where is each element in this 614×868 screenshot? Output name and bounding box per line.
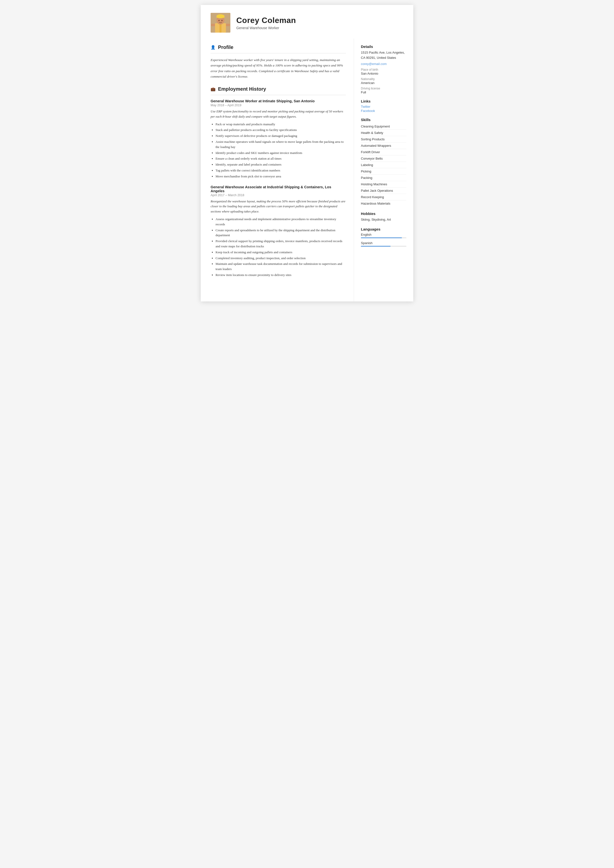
facebook-link[interactable]: Facebook (361, 109, 406, 113)
resume-container: Corey Coleman General Warehouse Worker 👤… (201, 5, 413, 301)
left-column: 👤 Profile Experienced Warehouse worker w… (201, 39, 354, 301)
bullet-item: Ensure a clean and orderly work station … (216, 156, 346, 161)
skill-item: Cleaning Equipment (361, 123, 406, 129)
place-of-birth-value: San Antonio (361, 72, 406, 75)
svg-rect-6 (216, 16, 224, 18)
employment-icon: 💼 (211, 87, 216, 91)
links-title: Links (361, 99, 406, 103)
skill-item: Pallet Jack Operations (361, 188, 406, 194)
hobbies-title: Hobbies (361, 211, 406, 216)
languages-section: Languages English Spanish (361, 227, 406, 246)
header-info: Corey Coleman General Warehouse Worker (236, 16, 296, 30)
skill-item: Forklift Driver (361, 149, 406, 155)
bullet-item: Identify product codes and SKU numbers a… (216, 150, 346, 156)
hobbies-text: Skiing, Skydiving, Art (361, 217, 406, 222)
details-title: Details (361, 45, 406, 49)
svg-point-7 (219, 20, 219, 21)
language-english-bar-fill (361, 237, 402, 238)
skill-item: Conveyor Belts (361, 155, 406, 161)
bullet-item: Pack or wrap materials and products manu… (216, 122, 346, 127)
language-spanish: Spanish (361, 241, 406, 246)
driving-license-value: Full (361, 90, 406, 94)
svg-rect-3 (219, 23, 221, 33)
bullet-item: Keep track of incoming and outgoing pall… (216, 250, 346, 255)
driving-license-label: Driving license (361, 87, 406, 90)
job-2-bullets: Assess organizational needs and implemen… (211, 217, 346, 278)
avatar (211, 13, 230, 33)
skill-item: Packing (361, 175, 406, 181)
svg-point-8 (221, 20, 222, 21)
job-2-description: Reorganized the warehouse layout, making… (211, 199, 346, 214)
nationality-label: Nationality (361, 78, 406, 81)
job-2-dates: April 2017 – March 2018 (211, 194, 346, 197)
job-1-description: Use ERP system functionality to record a… (211, 109, 346, 119)
skill-item: Automated Wrappers (361, 143, 406, 149)
bullet-item: Create reports and spreadsheets to be ut… (216, 228, 346, 238)
header-name: Corey Coleman (236, 16, 296, 25)
skill-item: Sorting Products (361, 136, 406, 142)
resume-header: Corey Coleman General Warehouse Worker (201, 5, 413, 39)
bullet-item: Provided clerical support by printing sh… (216, 239, 346, 249)
hobbies-section: Hobbies Skiing, Skydiving, Art (361, 211, 406, 222)
bullet-item: Assess organizational needs and implemen… (216, 217, 346, 227)
details-email[interactable]: corey@email.com (361, 62, 387, 66)
header-title: General Warehouse Worker (236, 26, 296, 30)
language-spanish-name: Spanish (361, 241, 406, 245)
bullet-item: Notify supervisors of defective products… (216, 133, 346, 139)
job-2: General Warehouse Associate at Industria… (211, 185, 346, 278)
language-english-name: English (361, 233, 406, 236)
svg-rect-9 (211, 24, 215, 26)
bullet-item: Stack and palletize products according t… (216, 127, 346, 133)
bullet-item: Assist machine operators with hand signa… (216, 140, 346, 150)
skills-section: Skills Cleaning Equipment Health & Safet… (361, 118, 406, 206)
details-section: Details 1515 Pacific Ave, Los Angeles, C… (361, 45, 406, 94)
languages-title: Languages (361, 227, 406, 231)
skill-item: Hoisting Machines (361, 181, 406, 187)
profile-icon: 👤 (211, 45, 216, 50)
links-section: Links Twitter Facebook (361, 99, 406, 113)
skill-item: Labeling (361, 162, 406, 168)
skill-item: Hazardous Materials (361, 200, 406, 206)
twitter-link[interactable]: Twitter (361, 105, 406, 108)
bullet-item: Move merchandise from pick slot to conve… (216, 174, 346, 179)
job-1-dates: May 2018 – April 2019 (211, 104, 346, 107)
nationality-value: American (361, 81, 406, 85)
bullet-item: Review item locations to ensure proximit… (216, 273, 346, 278)
job-1-bullets: Pack or wrap materials and products manu… (211, 122, 346, 179)
job-1: General Warehouse Worker at Intinate Shi… (211, 99, 346, 179)
employment-title: 💼 Employment History (211, 86, 346, 92)
bullet-item: Identify, separate and label products an… (216, 162, 346, 167)
language-spanish-bar-fill (361, 246, 390, 246)
language-spanish-bar-bg (361, 246, 406, 246)
profile-text: Experienced Warehouse worker with five y… (211, 57, 346, 79)
profile-title: 👤 Profile (211, 45, 346, 50)
employment-section: 💼 Employment History General Warehouse W… (211, 86, 346, 278)
profile-section: 👤 Profile Experienced Warehouse worker w… (211, 45, 346, 79)
details-address: 1515 Pacific Ave, Los Angeles, CA 90291,… (361, 50, 406, 60)
skill-item: Record Keeping (361, 194, 406, 200)
bullet-item: Maintain and update warehouse task docum… (216, 261, 346, 272)
resume-body: 👤 Profile Experienced Warehouse worker w… (201, 39, 413, 301)
job-1-title: General Warehouse Worker at Intinate Shi… (211, 99, 346, 103)
bullet-item: Completed inventory auditing, product in… (216, 256, 346, 261)
right-column: Details 1515 Pacific Ave, Los Angeles, C… (354, 39, 413, 301)
bullet-item: Tag pallets with the correct identificat… (216, 168, 346, 173)
language-english-bar-bg (361, 237, 406, 238)
job-2-title: General Warehouse Associate at Industria… (211, 185, 346, 193)
skills-title: Skills (361, 118, 406, 122)
svg-rect-10 (226, 24, 230, 26)
place-of-birth-label: Place of birth (361, 68, 406, 71)
skill-item: Picking (361, 168, 406, 174)
language-english: English (361, 233, 406, 238)
employment-divider (211, 95, 346, 95)
skill-item: Health & Safety (361, 130, 406, 136)
